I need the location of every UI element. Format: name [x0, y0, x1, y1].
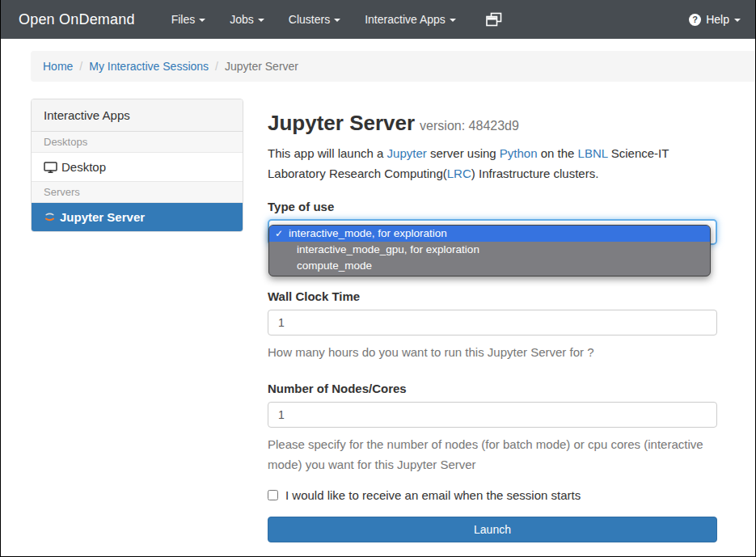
version-text: version: 48423d9 — [420, 119, 519, 133]
dropdown-option-interactive-mode-gpu[interactable]: interactive_mode_gpu, for exploration — [269, 242, 710, 258]
breadcrumb-current: Jupyter Server — [225, 60, 298, 73]
nav-item-clusters-label: Clusters — [289, 13, 330, 26]
nodes-input[interactable] — [268, 402, 717, 428]
nav-item-interactive-apps[interactable]: Interactive Apps — [353, 0, 468, 39]
sidebar-panel: Interactive Apps Desktops Desktop Server… — [31, 99, 243, 232]
breadcrumb-separator: / — [79, 60, 82, 73]
nav-item-jobs-label: Jobs — [230, 13, 254, 26]
page-title: Jupyter Serverversion: 48423d9 — [268, 112, 717, 136]
wall-clock-label: Wall Clock Time — [268, 289, 717, 303]
desktop-monitor-icon — [44, 161, 57, 174]
email-checkbox[interactable] — [268, 490, 278, 500]
nav-item-clusters[interactable]: Clusters — [277, 0, 353, 39]
help-menu[interactable]: ? Help — [689, 13, 741, 26]
nodes-label: Number of Nodes/Cores — [268, 382, 717, 395]
checkmark-icon: ✓ — [269, 226, 289, 242]
nav-item-files[interactable]: Files — [159, 0, 218, 39]
breadcrumb-separator: / — [215, 60, 218, 73]
dropdown-option-compute-mode[interactable]: compute_mode — [269, 258, 710, 274]
python-link[interactable]: Python — [500, 146, 538, 160]
nav-item-interactive-apps-label: Interactive Apps — [365, 13, 446, 26]
lbnl-link[interactable]: LBNL — [578, 146, 608, 160]
dropdown-option-interactive-mode[interactable]: ✓ interactive_mode, for exploration — [269, 226, 710, 242]
overlapping-windows-icon[interactable] — [479, 0, 509, 39]
caret-down-icon — [258, 19, 264, 22]
sidebar-item-jupyter-server[interactable]: Jupyter Server — [32, 203, 243, 231]
breadcrumb-sessions-link[interactable]: My Interactive Sessions — [89, 60, 209, 73]
caret-down-icon — [450, 19, 456, 22]
launch-button[interactable]: Launch — [268, 517, 717, 542]
page: Open OnDemand Files Jobs Clusters Intera… — [0, 0, 756, 557]
help-label: Help — [706, 13, 729, 26]
description-text: This app will launch a — [268, 146, 387, 160]
caret-down-icon — [199, 19, 205, 22]
app-navbar: Open OnDemand Files Jobs Clusters Intera… — [1, 0, 755, 39]
wall-clock-help: How many hours do you want to run this J… — [268, 342, 717, 363]
description-text: ) Infrastructure clusters. — [471, 167, 599, 180]
description-text: on the — [538, 146, 578, 160]
description-text: server using — [427, 146, 500, 160]
type-of-use-label: Type of use — [268, 200, 717, 213]
breadcrumb-home-link[interactable]: Home — [43, 60, 73, 73]
page-title-text: Jupyter Server — [268, 111, 415, 135]
sidebar-item-desktop-label: Desktop — [61, 160, 106, 174]
sidebar: Interactive Apps Desktops Desktop Server… — [31, 99, 243, 542]
nav-item-files-label: Files — [171, 13, 196, 26]
lrc-link[interactable]: LRC — [447, 167, 471, 180]
type-of-use-dropdown: ✓ interactive_mode, for exploration inte… — [268, 225, 711, 276]
jupyter-link[interactable]: Jupyter — [387, 146, 427, 160]
caret-down-icon — [334, 19, 340, 22]
jupyter-logo-icon — [44, 211, 56, 223]
brand-open-ondemand[interactable]: Open OnDemand — [19, 11, 135, 28]
sidebar-group-servers: Servers — [32, 182, 243, 203]
nodes-help: Please specify for the number of nodes (… — [268, 434, 708, 475]
wall-clock-input[interactable] — [268, 310, 717, 335]
sidebar-header: Interactive Apps — [32, 99, 243, 132]
breadcrumb: Home / My Interactive Sessions / Jupyter… — [31, 51, 755, 82]
app-description: This app will launch a Jupyter server us… — [268, 144, 717, 184]
main-content: Jupyter Serverversion: 48423d9 This app … — [268, 99, 717, 542]
dropdown-option-label: interactive_mode, for exploration — [289, 226, 447, 242]
email-checkbox-label: I would like to receive an email when th… — [285, 488, 581, 502]
question-circle-icon: ? — [689, 14, 701, 26]
sidebar-group-desktops: Desktops — [32, 132, 243, 153]
caret-down-icon — [734, 19, 741, 22]
sidebar-item-desktop[interactable]: Desktop — [32, 153, 243, 182]
nav-item-jobs[interactable]: Jobs — [218, 0, 277, 39]
sidebar-item-jupyter-server-label: Jupyter Server — [60, 210, 145, 224]
email-checkbox-row: I would like to receive an email when th… — [268, 488, 717, 502]
